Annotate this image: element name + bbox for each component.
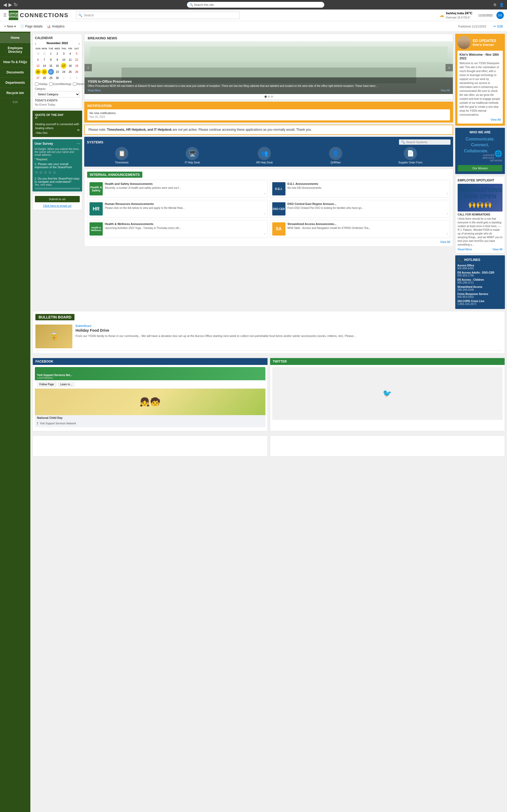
survey-scrollbar[interactable] <box>35 188 80 189</box>
announce-item-dso[interactable]: DSO CER DSO Central East Region Announ..… <box>270 200 450 218</box>
browser-search-box[interactable]: 🔍 Search this site <box>187 2 324 8</box>
announce-view-all-link[interactable]: View All <box>440 240 450 243</box>
cal-day[interactable]: 11 <box>67 57 73 63</box>
news-view-all-link[interactable]: View All <box>441 89 450 92</box>
hotline-aurora-number[interactable]: 905-898-6455 <box>457 267 503 270</box>
news-dot-3[interactable] <box>271 96 273 98</box>
category-select[interactable]: Select Category <box>35 91 80 98</box>
ed-view-all-link[interactable]: View All <box>491 118 501 121</box>
cal-day[interactable]: 17 <box>61 63 66 69</box>
cal-day[interactable]: 8 <box>48 57 54 63</box>
announce-item-health-safety[interactable]: Health & Safety Health and Safety Announ… <box>87 180 268 198</box>
email-link[interactable]: Click here to email us! <box>43 204 71 207</box>
cal-day[interactable]: 23 <box>54 69 60 75</box>
spotlight-view-all-link[interactable]: View All <box>493 248 503 251</box>
system-it-helpdesk[interactable]: 🖥️ IT Help Desk <box>184 147 200 164</box>
cal-day[interactable]: 5 <box>74 51 79 57</box>
cal-day[interactable]: 1 <box>48 51 54 57</box>
cal-day[interactable]: 31 <box>42 51 47 57</box>
cal-day[interactable]: 26 <box>74 69 79 75</box>
cal-day[interactable]: 2 <box>54 51 60 57</box>
user-avatar[interactable]: DS <box>496 12 504 19</box>
back-icon[interactable]: ◀ <box>3 2 7 8</box>
cal-day[interactable]: 15 <box>48 63 54 69</box>
cal-day[interactable]: 28 <box>42 75 47 81</box>
hotline-dso-children-number[interactable]: 905-298-3721 <box>457 281 503 284</box>
sidebar-item-employee-directory[interactable]: Employee Directory <box>0 43 31 57</box>
news-dot-1[interactable] <box>265 96 267 98</box>
hotline-310-cope-number[interactable]: 1-855-310-2673 <box>457 303 503 305</box>
cal-day[interactable]: 16 <box>54 63 60 69</box>
cal-day[interactable]: 20 <box>35 69 41 75</box>
cal-day[interactable]: 30 <box>35 51 41 57</box>
events-checkbox[interactable] <box>49 82 53 86</box>
sidebar-item-home[interactable]: Home <box>0 33 31 43</box>
system-qhrnet[interactable]: 👤 QHRNet <box>329 147 342 164</box>
our-mission-button[interactable]: Our Mission <box>458 165 502 171</box>
page-details-button[interactable]: 📄 Page details <box>20 24 43 28</box>
news-prev-button[interactable]: ‹ <box>84 64 92 71</box>
systems-search-input[interactable] <box>406 140 448 143</box>
reminders-checkbox[interactable] <box>73 82 76 86</box>
submit-button[interactable]: Submit to us! <box>35 196 80 202</box>
news-dot-2[interactable] <box>268 96 270 98</box>
star-1[interactable]: ☆ <box>35 170 38 175</box>
sidebar-item-documents[interactable]: Documents <box>0 67 31 78</box>
spotlight-read-more-link[interactable]: Read More <box>458 248 472 251</box>
new-button[interactable]: + New ▾ <box>4 24 16 28</box>
systems-search-box[interactable]: 🔍 <box>399 139 450 145</box>
sidebar-item-departments[interactable]: Departments <box>0 78 31 88</box>
cal-day[interactable]: 10 <box>61 57 66 63</box>
hotline-dso-adults-number[interactable]: 905-953-1796 <box>457 274 503 277</box>
cal-day[interactable]: 4 <box>67 51 73 57</box>
cal-day-selected[interactable]: 21 <box>42 69 47 75</box>
sidebar-item-edit[interactable]: Edit <box>0 98 31 106</box>
refresh-icon[interactable]: ↻ <box>14 2 18 8</box>
star-2[interactable]: ☆ <box>39 170 43 175</box>
announce-item-sa[interactable]: SA Streamlined Access Announceme... MHA … <box>270 220 450 238</box>
cal-day[interactable]: 24 <box>61 69 66 75</box>
announce-item-dei[interactable]: D.E.I. D.E.I. Announcements No new DEI A… <box>270 180 450 198</box>
cal-day[interactable]: 6 <box>35 57 41 63</box>
cal-day[interactable]: 14 <box>42 63 47 69</box>
cal-day[interactable]: 3 <box>74 75 79 81</box>
settings-icon[interactable]: ⚙ <box>493 3 497 7</box>
cal-day[interactable]: 9 <box>54 57 60 63</box>
cal-day[interactable]: 12 <box>74 57 79 63</box>
system-timesheets[interactable]: 📋 Timesheets <box>115 147 128 164</box>
system-supplier-form[interactable]: 📄 Supplier Order Form <box>398 147 422 164</box>
star-3[interactable]: ☆ <box>44 170 47 175</box>
events-checkbox-label[interactable]: Event/Meetings <box>49 82 71 86</box>
user-icon[interactable]: 👤 <box>499 3 504 7</box>
cal-day[interactable]: 27 <box>35 75 41 81</box>
holiday-checkbox[interactable] <box>35 82 38 86</box>
holiday-checkbox-label[interactable]: Holiday <box>35 82 48 86</box>
news-read-more-link[interactable]: Read More <box>88 89 101 92</box>
forward-icon[interactable]: ▶ <box>8 2 12 8</box>
system-hr-helpdesk[interactable]: 👥 HR Help Desk <box>256 147 273 164</box>
hotline-crisis-number[interactable]: 905-953-5402 <box>457 295 503 298</box>
edit-button[interactable]: ✏ Edit <box>494 24 503 28</box>
survey-menu-dots[interactable]: ··· <box>76 141 80 146</box>
cal-day[interactable]: 2 <box>67 75 73 81</box>
cal-day[interactable]: 13 <box>35 63 41 69</box>
cal-day[interactable]: 7 <box>42 57 47 63</box>
hotline-streamlined-number[interactable]: 289-340-0348 <box>457 288 503 291</box>
cal-day[interactable]: 29 <box>48 75 54 81</box>
cal-day[interactable]: 19 <box>74 63 79 69</box>
cal-prev-btn[interactable]: ‹ <box>35 42 36 46</box>
announce-item-wellness[interactable]: Health & Wellness Health & Wellness Anno… <box>87 220 268 238</box>
fb-learn-button[interactable]: Learn m... <box>58 382 74 387</box>
cal-day-today[interactable]: 22 <box>48 69 54 75</box>
waffle-icon[interactable]: ⠿ <box>3 12 7 18</box>
sidebar-item-recycle-bin[interactable]: Recycle bin <box>0 88 31 98</box>
star-5[interactable]: ☆ <box>53 170 56 175</box>
cal-day[interactable]: 30 <box>54 75 60 81</box>
cal-day[interactable]: 18 <box>67 63 73 69</box>
star-4[interactable]: ☆ <box>48 170 52 175</box>
news-next-button[interactable]: › <box>446 64 453 71</box>
analytics-button[interactable]: 📊 Analytics <box>47 24 64 28</box>
fb-follow-button[interactable]: Follow Page <box>37 382 56 387</box>
sp-search-box[interactable]: 🔍 Search <box>76 12 240 19</box>
cal-day[interactable]: 1 <box>61 75 66 81</box>
